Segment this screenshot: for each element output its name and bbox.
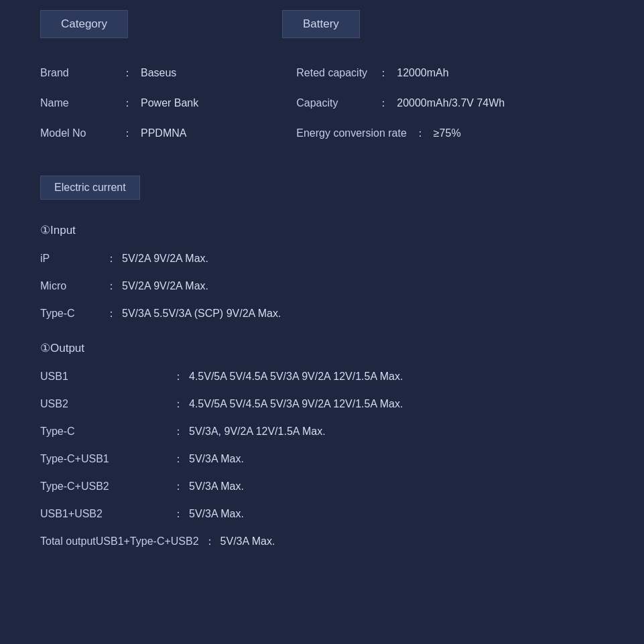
usb1-usb2-value: 5V/3A Max. <box>189 508 244 520</box>
model-colon: ： <box>122 127 133 141</box>
input-title-text: ①Input <box>40 223 76 237</box>
rated-value: 12000mAh <box>397 67 448 79</box>
page-wrapper: Category Battery Brand ： Baseus Name ： P… <box>0 0 644 644</box>
category-label: Category <box>61 17 107 30</box>
rated-colon: ： <box>378 66 389 80</box>
total-label: Total outputUSB1+Type-C+USB2 <box>40 535 199 548</box>
typec-usb1-label: Type-C+USB1 <box>40 453 168 465</box>
typec-usb2-colon: ： <box>173 480 184 494</box>
typec-output-colon: ： <box>173 425 184 439</box>
ip-colon: ： <box>106 252 117 266</box>
micro-label: Micro <box>40 280 101 292</box>
info-right: Reted capacity ： 12000mAh Capacity ： 200… <box>296 58 604 149</box>
product-info-grid: Brand ： Baseus Name ： Power Bank Model N… <box>40 58 604 149</box>
brand-colon: ： <box>122 66 133 80</box>
ip-label: iP <box>40 253 101 265</box>
output-row-usb1-usb2: USB1+USB2 ： 5V/3A Max. <box>40 501 604 528</box>
info-row-capacity: Capacity ： 20000mAh/3.7V 74Wh <box>296 88 604 119</box>
info-row-model: Model No ： PPDMNA <box>40 119 296 149</box>
output-title-text: ①Output <box>40 341 84 355</box>
typec-input-value: 5V/3A 5.5V/3A (SCP) 9V/2A Max. <box>122 308 281 320</box>
model-value: PPDMNA <box>141 127 186 139</box>
electric-current-badge: Electric current <box>40 176 140 200</box>
name-label: Name <box>40 97 114 109</box>
usb1-colon: ： <box>173 370 184 384</box>
output-row-typec-usb2: Type-C+USB2 ： 5V/3A Max. <box>40 473 604 501</box>
name-colon: ： <box>122 96 133 111</box>
typec-input-colon: ： <box>106 307 117 321</box>
usb1-usb2-colon: ： <box>173 507 184 521</box>
usb1-usb2-label: USB1+USB2 <box>40 508 168 520</box>
brand-label: Brand <box>40 67 114 79</box>
usb1-value: 4.5V/5A 5V/4.5A 5V/3A 9V/2A 12V/1.5A Max… <box>189 371 403 383</box>
input-title: ①Input <box>40 223 604 237</box>
category-badge: Category <box>40 10 128 38</box>
input-row-micro: Micro ： 5V/2A 9V/2A Max. <box>40 273 604 300</box>
info-row-energy: Energy conversion rate ： ≥75% <box>296 119 604 149</box>
header-row: Category Battery <box>40 10 604 38</box>
battery-badge: Battery <box>282 10 360 38</box>
output-subsection: ①Output USB1 ： 4.5V/5A 5V/4.5A 5V/3A 9V/… <box>40 341 604 556</box>
battery-label: Battery <box>303 17 339 30</box>
name-value: Power Bank <box>141 97 198 109</box>
usb2-label: USB2 <box>40 398 168 410</box>
output-row-usb1: USB1 ： 4.5V/5A 5V/4.5A 5V/3A 9V/2A 12V/1… <box>40 363 604 391</box>
input-row-typec: Type-C ： 5V/3A 5.5V/3A (SCP) 9V/2A Max. <box>40 300 604 328</box>
usb1-label: USB1 <box>40 371 168 383</box>
output-title: ①Output <box>40 341 604 355</box>
capacity-value: 20000mAh/3.7V 74Wh <box>397 97 505 109</box>
info-left: Brand ： Baseus Name ： Power Bank Model N… <box>40 58 296 149</box>
typec-input-label: Type-C <box>40 308 101 320</box>
content-area: Category Battery Brand ： Baseus Name ： P… <box>0 0 644 582</box>
capacity-label: Capacity <box>296 97 370 109</box>
electric-current-label: Electric current <box>54 182 126 193</box>
typec-usb1-colon: ： <box>173 452 184 466</box>
model-label: Model No <box>40 127 114 139</box>
total-colon: ： <box>204 535 215 549</box>
output-row-total: Total outputUSB1+Type-C+USB2 ： 5V/3A Max… <box>40 528 604 556</box>
energy-colon: ： <box>415 127 426 141</box>
typec-output-value: 5V/3A, 9V/2A 12V/1.5A Max. <box>189 426 326 438</box>
usb2-value: 4.5V/5A 5V/4.5A 5V/3A 9V/2A 12V/1.5A Max… <box>189 398 403 410</box>
output-row-typec-usb1: Type-C+USB1 ： 5V/3A Max. <box>40 446 604 473</box>
input-row-ip: iP ： 5V/2A 9V/2A Max. <box>40 245 604 273</box>
typec-output-label: Type-C <box>40 426 168 438</box>
output-row-typec: Type-C ： 5V/3A, 9V/2A 12V/1.5A Max. <box>40 418 604 446</box>
total-value: 5V/3A Max. <box>220 535 275 548</box>
typec-usb2-label: Type-C+USB2 <box>40 480 168 493</box>
capacity-colon: ： <box>378 96 389 111</box>
energy-value: ≥75% <box>434 127 461 139</box>
info-row-rated: Reted capacity ： 12000mAh <box>296 58 604 88</box>
info-row-brand: Brand ： Baseus <box>40 58 296 88</box>
rated-label: Reted capacity <box>296 67 370 79</box>
info-row-name: Name ： Power Bank <box>40 88 296 119</box>
brand-value: Baseus <box>141 67 176 79</box>
micro-colon: ： <box>106 279 117 294</box>
electric-section: Electric current ①Input iP ： 5V/2A 9V/2A… <box>40 169 604 556</box>
output-row-usb2: USB2 ： 4.5V/5A 5V/4.5A 5V/3A 9V/2A 12V/1… <box>40 391 604 418</box>
energy-label: Energy conversion rate <box>296 127 407 139</box>
usb2-colon: ： <box>173 397 184 411</box>
ip-value: 5V/2A 9V/2A Max. <box>122 253 208 265</box>
typec-usb1-value: 5V/3A Max. <box>189 453 244 465</box>
input-subsection: ①Input iP ： 5V/2A 9V/2A Max. Micro ： 5V/… <box>40 223 604 328</box>
micro-value: 5V/2A 9V/2A Max. <box>122 280 208 292</box>
typec-usb2-value: 5V/3A Max. <box>189 480 244 493</box>
